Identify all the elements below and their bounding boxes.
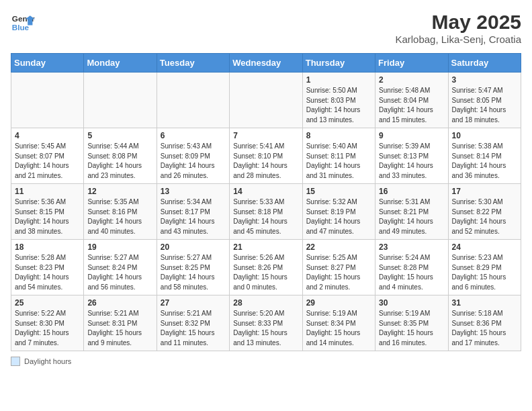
day-info: Sunrise: 5:24 AM Sunset: 8:28 PM Dayligh… <box>379 253 444 292</box>
day-info: Sunrise: 5:33 AM Sunset: 8:18 PM Dayligh… <box>233 197 298 236</box>
day-info: Sunrise: 5:27 AM Sunset: 8:25 PM Dayligh… <box>161 253 226 292</box>
calendar-week-5: 25Sunrise: 5:22 AM Sunset: 8:30 PM Dayli… <box>11 295 521 351</box>
day-number: 28 <box>233 298 298 308</box>
calendar-week-1: 1Sunrise: 5:50 AM Sunset: 8:03 PM Daylig… <box>11 73 521 128</box>
day-number: 1 <box>306 75 371 85</box>
day-info: Sunrise: 5:18 AM Sunset: 8:36 PM Dayligh… <box>452 309 517 348</box>
day-info: Sunrise: 5:30 AM Sunset: 8:22 PM Dayligh… <box>452 197 517 236</box>
day-info: Sunrise: 5:28 AM Sunset: 8:23 PM Dayligh… <box>15 253 80 292</box>
calendar-cell: 9Sunrise: 5:39 AM Sunset: 8:13 PM Daylig… <box>375 128 448 184</box>
legend-label: Daylight hours <box>24 357 71 365</box>
day-info: Sunrise: 5:32 AM Sunset: 8:19 PM Dayligh… <box>306 197 371 236</box>
calendar-cell <box>84 73 157 128</box>
calendar-cell: 24Sunrise: 5:23 AM Sunset: 8:29 PM Dayli… <box>448 240 521 295</box>
calendar-week-2: 4Sunrise: 5:45 AM Sunset: 8:07 PM Daylig… <box>11 128 521 184</box>
day-info: Sunrise: 5:34 AM Sunset: 8:17 PM Dayligh… <box>161 197 226 236</box>
day-info: Sunrise: 5:39 AM Sunset: 8:13 PM Dayligh… <box>379 142 444 181</box>
calendar-cell: 13Sunrise: 5:34 AM Sunset: 8:17 PM Dayli… <box>157 184 229 240</box>
calendar-cell: 8Sunrise: 5:40 AM Sunset: 8:11 PM Daylig… <box>302 128 375 184</box>
day-header-sunday: Sunday <box>11 54 84 73</box>
day-number: 12 <box>87 187 152 196</box>
day-number: 19 <box>87 242 152 252</box>
calendar-cell: 12Sunrise: 5:35 AM Sunset: 8:16 PM Dayli… <box>84 184 157 240</box>
logo-icon: General Blue <box>11 11 35 35</box>
day-number: 27 <box>161 298 226 308</box>
day-number: 5 <box>87 131 152 140</box>
calendar-cell: 18Sunrise: 5:28 AM Sunset: 8:23 PM Dayli… <box>11 240 84 295</box>
day-info: Sunrise: 5:43 AM Sunset: 8:09 PM Dayligh… <box>161 142 226 181</box>
day-info: Sunrise: 5:35 AM Sunset: 8:16 PM Dayligh… <box>87 197 152 236</box>
calendar-cell: 21Sunrise: 5:26 AM Sunset: 8:26 PM Dayli… <box>230 240 302 295</box>
calendar-cell: 19Sunrise: 5:27 AM Sunset: 8:24 PM Dayli… <box>84 240 157 295</box>
day-number: 15 <box>306 187 371 196</box>
calendar-header: SundayMondayTuesdayWednesdayThursdayFrid… <box>11 54 521 73</box>
day-number: 13 <box>161 187 226 196</box>
day-header-tuesday: Tuesday <box>157 54 229 73</box>
day-info: Sunrise: 5:21 AM Sunset: 8:31 PM Dayligh… <box>87 309 152 348</box>
calendar-cell: 17Sunrise: 5:30 AM Sunset: 8:22 PM Dayli… <box>448 184 521 240</box>
day-number: 24 <box>452 242 517 252</box>
day-number: 31 <box>452 298 517 308</box>
day-info: Sunrise: 5:40 AM Sunset: 8:11 PM Dayligh… <box>306 142 371 181</box>
calendar-cell <box>157 73 229 128</box>
calendar-cell: 1Sunrise: 5:50 AM Sunset: 8:03 PM Daylig… <box>302 73 375 128</box>
day-info: Sunrise: 5:44 AM Sunset: 8:08 PM Dayligh… <box>87 142 152 181</box>
calendar-cell <box>11 73 84 128</box>
day-number: 18 <box>15 242 80 252</box>
day-number: 4 <box>15 131 80 140</box>
calendar-cell: 11Sunrise: 5:36 AM Sunset: 8:15 PM Dayli… <box>11 184 84 240</box>
calendar-cell: 31Sunrise: 5:18 AM Sunset: 8:36 PM Dayli… <box>448 295 521 351</box>
day-number: 8 <box>306 131 371 140</box>
day-info: Sunrise: 5:50 AM Sunset: 8:03 PM Dayligh… <box>306 86 371 125</box>
calendar-cell: 14Sunrise: 5:33 AM Sunset: 8:18 PM Dayli… <box>230 184 302 240</box>
day-header-monday: Monday <box>84 54 157 73</box>
calendar-cell: 28Sunrise: 5:20 AM Sunset: 8:33 PM Dayli… <box>230 295 302 351</box>
day-info: Sunrise: 5:31 AM Sunset: 8:21 PM Dayligh… <box>379 197 444 236</box>
logo: General Blue <box>11 11 35 35</box>
calendar-week-4: 18Sunrise: 5:28 AM Sunset: 8:23 PM Dayli… <box>11 240 521 295</box>
calendar-cell: 15Sunrise: 5:32 AM Sunset: 8:19 PM Dayli… <box>302 184 375 240</box>
calendar-week-3: 11Sunrise: 5:36 AM Sunset: 8:15 PM Dayli… <box>11 184 521 240</box>
calendar-cell: 10Sunrise: 5:38 AM Sunset: 8:14 PM Dayli… <box>448 128 521 184</box>
calendar-cell: 23Sunrise: 5:24 AM Sunset: 8:28 PM Dayli… <box>375 240 448 295</box>
day-number: 29 <box>306 298 371 308</box>
day-number: 14 <box>233 187 298 196</box>
day-number: 10 <box>452 131 517 140</box>
day-number: 30 <box>379 298 444 308</box>
day-header-saturday: Saturday <box>448 54 521 73</box>
day-number: 6 <box>161 131 226 140</box>
day-info: Sunrise: 5:41 AM Sunset: 8:10 PM Dayligh… <box>233 142 298 181</box>
calendar-cell: 27Sunrise: 5:21 AM Sunset: 8:32 PM Dayli… <box>157 295 229 351</box>
calendar-cell <box>230 73 302 128</box>
day-info: Sunrise: 5:36 AM Sunset: 8:15 PM Dayligh… <box>15 197 80 236</box>
day-info: Sunrise: 5:48 AM Sunset: 8:04 PM Dayligh… <box>379 86 444 125</box>
calendar-cell: 16Sunrise: 5:31 AM Sunset: 8:21 PM Dayli… <box>375 184 448 240</box>
legend: Daylight hours <box>11 357 521 366</box>
day-number: 17 <box>452 187 517 196</box>
calendar-cell: 29Sunrise: 5:19 AM Sunset: 8:34 PM Dayli… <box>302 295 375 351</box>
calendar-cell: 26Sunrise: 5:21 AM Sunset: 8:31 PM Dayli… <box>84 295 157 351</box>
day-number: 21 <box>233 242 298 252</box>
title-block: May 2025 Karlobag, Lika-Senj, Croatia <box>395 11 521 45</box>
day-header-thursday: Thursday <box>302 54 375 73</box>
calendar-cell: 3Sunrise: 5:47 AM Sunset: 8:05 PM Daylig… <box>448 73 521 128</box>
day-number: 11 <box>15 187 80 196</box>
day-header-row: SundayMondayTuesdayWednesdayThursdayFrid… <box>11 54 521 73</box>
calendar-cell: 25Sunrise: 5:22 AM Sunset: 8:30 PM Dayli… <box>11 295 84 351</box>
day-info: Sunrise: 5:21 AM Sunset: 8:32 PM Dayligh… <box>161 309 226 348</box>
calendar-table: SundayMondayTuesdayWednesdayThursdayFrid… <box>11 53 521 351</box>
day-number: 20 <box>161 242 226 252</box>
day-number: 3 <box>452 75 517 85</box>
svg-text:Blue: Blue <box>12 23 30 32</box>
day-info: Sunrise: 5:45 AM Sunset: 8:07 PM Dayligh… <box>15 142 80 181</box>
calendar-cell: 22Sunrise: 5:25 AM Sunset: 8:27 PM Dayli… <box>302 240 375 295</box>
page-title: May 2025 <box>395 11 521 34</box>
calendar-cell: 7Sunrise: 5:41 AM Sunset: 8:10 PM Daylig… <box>230 128 302 184</box>
day-number: 2 <box>379 75 444 85</box>
legend-color-swatch <box>11 357 20 366</box>
day-number: 26 <box>87 298 152 308</box>
calendar-cell: 5Sunrise: 5:44 AM Sunset: 8:08 PM Daylig… <box>84 128 157 184</box>
day-header-friday: Friday <box>375 54 448 73</box>
calendar-body: 1Sunrise: 5:50 AM Sunset: 8:03 PM Daylig… <box>11 73 521 351</box>
day-header-wednesday: Wednesday <box>230 54 302 73</box>
